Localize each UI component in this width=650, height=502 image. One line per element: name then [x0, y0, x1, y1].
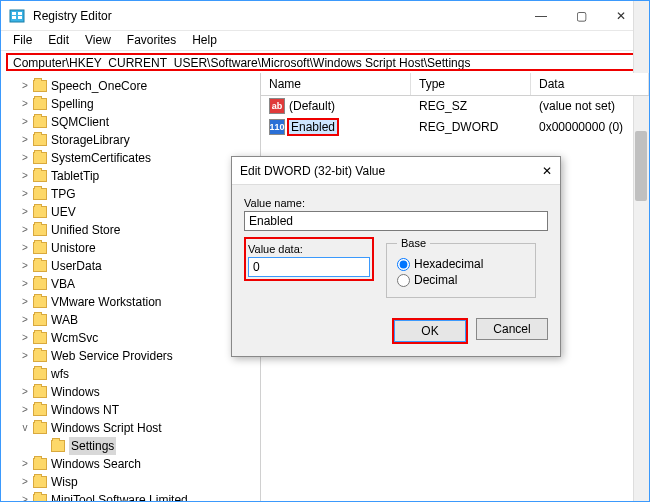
ok-button[interactable]: OK — [394, 320, 466, 342]
col-header-name[interactable]: Name — [261, 73, 411, 95]
col-header-type[interactable]: Type — [411, 73, 531, 95]
folder-icon — [33, 458, 47, 470]
tree-item[interactable]: >TabletTip — [19, 167, 260, 185]
maximize-button[interactable]: ▢ — [561, 2, 601, 30]
tree-item[interactable]: >UEV — [19, 203, 260, 221]
folder-icon — [33, 296, 47, 308]
value-name-label: Value name: — [244, 197, 548, 209]
radio-hex[interactable] — [397, 258, 410, 271]
value-name-field — [244, 211, 548, 231]
tree-item[interactable]: >MiniTool Software Limited — [19, 491, 260, 501]
address-text[interactable]: Computer\HKEY_CURRENT_USER\Software\Micr… — [11, 56, 639, 68]
menubar: File Edit View Favorites Help — [1, 31, 649, 51]
tree-item[interactable]: >TPG — [19, 185, 260, 203]
tree-item[interactable]: Settings — [37, 437, 260, 455]
edit-dword-dialog: Edit DWORD (32-bit) Value ✕ Value name: … — [231, 156, 561, 357]
menu-edit[interactable]: Edit — [42, 33, 75, 48]
menu-favorites[interactable]: Favorites — [121, 33, 182, 48]
value-data-field[interactable] — [248, 257, 370, 277]
tree-item[interactable]: >Windows — [19, 383, 260, 401]
tree-item[interactable]: >Windows Search — [19, 455, 260, 473]
folder-icon — [33, 404, 47, 416]
svg-rect-3 — [18, 12, 22, 15]
tree-item[interactable]: >Spelling — [19, 95, 260, 113]
dialog-title: Edit DWORD (32-bit) Value — [240, 164, 542, 178]
minimize-button[interactable]: — — [521, 2, 561, 30]
radio-dec-label: Decimal — [414, 273, 457, 287]
address-bar[interactable]: Computer\HKEY_CURRENT_USER\Software\Micr… — [6, 53, 644, 71]
col-header-data[interactable]: Data — [531, 73, 649, 95]
tree-item[interactable]: >WAB — [19, 311, 260, 329]
base-group: Base Hexadecimal Decimal — [386, 237, 536, 298]
tree-item[interactable]: >VMware Workstation — [19, 293, 260, 311]
tree-item[interactable]: >Wisp — [19, 473, 260, 491]
svg-rect-2 — [12, 16, 16, 19]
cancel-button[interactable]: Cancel — [476, 318, 548, 340]
svg-rect-1 — [12, 12, 16, 15]
tree-item[interactable]: >Unified Store — [19, 221, 260, 239]
radio-hex-label: Hexadecimal — [414, 257, 483, 271]
value-data-label: Value data: — [248, 243, 370, 255]
menu-file[interactable]: File — [7, 33, 38, 48]
list-row[interactable]: ab(Default)REG_SZ(value not set) — [261, 96, 649, 116]
folder-icon — [51, 440, 65, 452]
folder-icon — [33, 314, 47, 326]
folder-icon — [33, 368, 47, 380]
folder-icon — [33, 170, 47, 182]
folder-icon — [33, 476, 47, 488]
dword-value-icon: 110 — [269, 119, 285, 135]
base-legend: Base — [397, 237, 430, 249]
folder-icon — [33, 242, 47, 254]
menu-help[interactable]: Help — [186, 33, 223, 48]
regedit-icon — [9, 8, 25, 24]
string-value-icon: ab — [269, 98, 285, 114]
folder-icon — [33, 116, 47, 128]
tree-view[interactable]: >Speech_OneCore>Spelling>SQMClient>Stora… — [1, 73, 261, 501]
folder-icon — [33, 278, 47, 290]
folder-icon — [33, 260, 47, 272]
folder-icon — [33, 206, 47, 218]
svg-rect-4 — [18, 16, 22, 19]
folder-icon — [33, 422, 47, 434]
tree-item[interactable]: >SQMClient — [19, 113, 260, 131]
folder-icon — [33, 386, 47, 398]
folder-icon — [33, 224, 47, 236]
tree-item[interactable]: >SystemCertificates — [19, 149, 260, 167]
folder-icon — [33, 98, 47, 110]
tree-item[interactable]: >StorageLibrary — [19, 131, 260, 149]
tree-item[interactable]: >Windows NT — [19, 401, 260, 419]
list-row[interactable]: 110EnabledREG_DWORD0x00000000 (0) — [261, 116, 649, 138]
folder-icon — [33, 350, 47, 362]
tree-item[interactable]: >WcmSvc — [19, 329, 260, 347]
tree-item[interactable]: wfs — [19, 365, 260, 383]
tree-item[interactable]: >UserData — [19, 257, 260, 275]
tree-item[interactable]: >Web Service Providers — [19, 347, 260, 365]
folder-icon — [33, 494, 47, 501]
radio-dec[interactable] — [397, 274, 410, 287]
tree-item[interactable]: >Speech_OneCore — [19, 77, 260, 95]
folder-icon — [33, 80, 47, 92]
folder-icon — [33, 134, 47, 146]
tree-item[interactable]: vWindows Script Host — [19, 419, 260, 437]
folder-icon — [33, 188, 47, 200]
folder-icon — [33, 152, 47, 164]
tree-item[interactable]: >VBA — [19, 275, 260, 293]
folder-icon — [33, 332, 47, 344]
window-title: Registry Editor — [33, 9, 521, 23]
tree-item[interactable]: >Unistore — [19, 239, 260, 257]
menu-view[interactable]: View — [79, 33, 117, 48]
dialog-close-icon[interactable]: ✕ — [542, 164, 552, 178]
